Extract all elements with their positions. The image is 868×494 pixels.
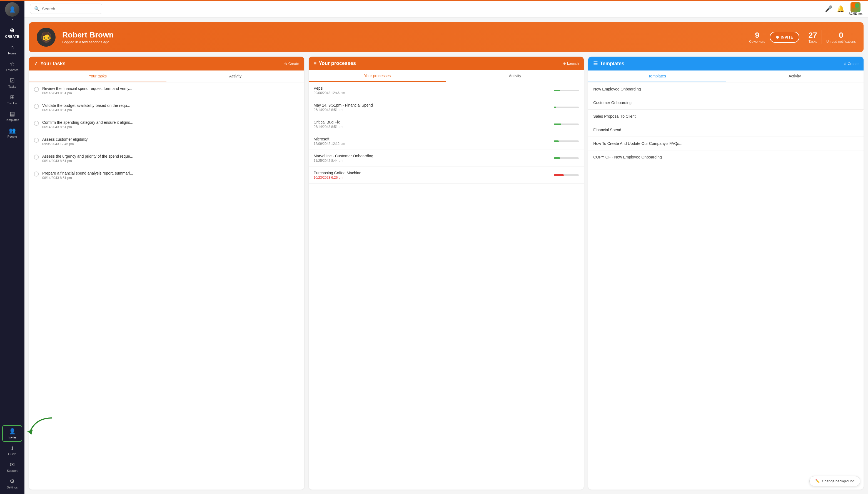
sidebar-item-support[interactable]: ✉ Support bbox=[0, 458, 24, 475]
progress-bar-fill bbox=[554, 174, 564, 176]
sidebar-item-invite-label: Invite bbox=[8, 436, 16, 439]
microphone-icon[interactable]: 🎤 bbox=[825, 5, 832, 13]
task-text: Assess the urgency and priority of the s… bbox=[42, 154, 133, 158]
progress-bar-fill bbox=[554, 124, 561, 125]
sidebar-item-people[interactable]: 👥 People bbox=[0, 124, 24, 141]
tasks-panel-icon: ✓ bbox=[34, 60, 38, 66]
sidebar-item-people-label: People bbox=[7, 135, 17, 138]
tab-tasks-activity[interactable]: Activity bbox=[166, 71, 304, 82]
process-date: 10/23/2023 6:26 pm bbox=[314, 176, 554, 179]
task-radio[interactable] bbox=[34, 172, 39, 176]
tasks-icon: ☑ bbox=[10, 77, 15, 84]
user-avatar[interactable]: 👤 bbox=[5, 2, 19, 17]
sidebar-item-create[interactable]: ⊕ CREATE bbox=[0, 24, 24, 41]
process-name: Marvel Inc - Customer Onboarding bbox=[314, 154, 554, 158]
processes-panel-icon: ≡ bbox=[314, 60, 317, 66]
template-item[interactable]: Sales Proposal To Client bbox=[588, 110, 864, 123]
task-item[interactable]: Assess the urgency and priority of the s… bbox=[29, 150, 304, 167]
process-item[interactable]: Purchasing Coffee Machine 10/23/2023 6:2… bbox=[309, 167, 584, 184]
process-name: Critical Bug Fix bbox=[314, 120, 554, 124]
main-content: 🔍 🎤 🔔 ACME inc. 🧔 bbox=[24, 0, 868, 494]
task-text: Validate the budget availability based o… bbox=[42, 103, 130, 108]
task-item[interactable]: Confirm the spending category and ensure… bbox=[29, 116, 304, 133]
process-item[interactable]: May 14, 9:51pm - Financial Spend 06/14/2… bbox=[309, 99, 584, 116]
templates-sidebar-icon: ▤ bbox=[10, 111, 15, 117]
sidebar-item-tasks-label: Tasks bbox=[8, 85, 16, 88]
progress-bar-container bbox=[554, 124, 579, 125]
invite-button[interactable]: ⊕ INVITE bbox=[770, 32, 799, 43]
progress-bar-track bbox=[554, 140, 579, 142]
task-date: 06/14/2043 8:51 pm bbox=[42, 176, 133, 180]
process-item[interactable]: Critical Bug Fix 06/14/2043 8:51 pm bbox=[309, 116, 584, 133]
sidebar-item-tracker[interactable]: ⊞ Tracker bbox=[0, 91, 24, 108]
task-radio[interactable] bbox=[34, 155, 39, 159]
sidebar-item-settings[interactable]: ⚙ Settings bbox=[0, 475, 24, 492]
sidebar-item-home[interactable]: ⌂ Home bbox=[0, 41, 24, 58]
sidebar-item-favorites-label: Favorites bbox=[6, 68, 18, 72]
sidebar-item-support-label: Support bbox=[7, 469, 18, 472]
task-item[interactable]: Validate the budget availability based o… bbox=[29, 99, 304, 116]
change-background-button[interactable]: ✏️ Change background bbox=[809, 476, 860, 486]
task-radio[interactable] bbox=[34, 104, 39, 109]
template-item[interactable]: Financial Spend bbox=[588, 123, 864, 137]
progress-bar-track bbox=[554, 174, 579, 176]
template-item[interactable]: Customer Onboarding bbox=[588, 96, 864, 110]
task-date: 06/14/2043 8:51 pm bbox=[42, 125, 133, 129]
templates-panel: ☰ Templates ⊕ Create Templates Activity … bbox=[588, 57, 864, 490]
sidebar-item-invite[interactable]: 👤 Invite bbox=[2, 425, 22, 442]
company-logo[interactable]: ACME inc. bbox=[849, 2, 863, 15]
task-radio[interactable] bbox=[34, 138, 39, 142]
process-item[interactable]: Microsoft 12/09/2042 12:12 am bbox=[309, 133, 584, 150]
favorites-icon: ☆ bbox=[10, 60, 15, 67]
processes-panel: ≡ Your processes ⊕ Launch Your processes… bbox=[309, 57, 584, 490]
template-item[interactable]: New Employee Onboarding bbox=[588, 82, 864, 96]
task-item[interactable]: Assess customer eligibility 09/06/2043 1… bbox=[29, 133, 304, 150]
profile-status: Logged in a few seconds ago bbox=[62, 40, 742, 44]
search-input[interactable] bbox=[42, 6, 98, 11]
processes-launch-action[interactable]: ⊕ Launch bbox=[563, 61, 579, 65]
sidebar-item-guide-label: Guide bbox=[8, 452, 16, 456]
task-date: 06/14/2043 8:51 pm bbox=[42, 159, 133, 163]
tab-processes-activity[interactable]: Activity bbox=[446, 70, 584, 82]
tab-templates[interactable]: Templates bbox=[588, 71, 726, 82]
template-item[interactable]: How To Create And Update Our Company's F… bbox=[588, 137, 864, 150]
template-item[interactable]: COPY OF - New Employee Onboarding bbox=[588, 150, 864, 164]
sidebar-item-guide[interactable]: ℹ Guide bbox=[0, 442, 24, 458]
create-icon: ⊕ bbox=[10, 27, 15, 34]
progress-bar-container bbox=[554, 140, 579, 142]
templates-create-action[interactable]: ⊕ Create bbox=[844, 62, 858, 66]
tasks-stat: 27 Tasks bbox=[809, 31, 817, 43]
sidebar-bottom: 👤 Invite ℹ Guide ✉ Support ⚙ Settings bbox=[0, 425, 24, 492]
process-name: May 14, 9:51pm - Financial Spend bbox=[314, 103, 554, 108]
process-info: Purchasing Coffee Machine 10/23/2023 6:2… bbox=[314, 171, 554, 179]
templates-panel-icon: ☰ bbox=[593, 60, 598, 66]
templates-create-icon: ⊕ bbox=[844, 62, 847, 66]
tab-your-processes[interactable]: Your processes bbox=[309, 70, 446, 82]
task-radio[interactable] bbox=[34, 87, 39, 92]
task-text: Assess customer eligibility bbox=[42, 137, 88, 141]
process-name: Microsoft bbox=[314, 137, 554, 141]
search-box[interactable]: 🔍 bbox=[30, 4, 102, 14]
task-item[interactable]: Prepare a financial spend analysis repor… bbox=[29, 167, 304, 184]
sidebar-item-templates[interactable]: ▤ Templates bbox=[0, 108, 24, 124]
process-item[interactable]: Pepsi 09/06/2043 12:46 pm bbox=[309, 82, 584, 99]
tasks-panel-header: ✓ Your tasks ⊕ Create bbox=[29, 57, 304, 71]
tasks-panel: ✓ Your tasks ⊕ Create Your tasks Activit… bbox=[29, 57, 304, 490]
process-item[interactable]: Marvel Inc - Customer Onboarding 11/25/2… bbox=[309, 150, 584, 167]
sidebar-item-favorites[interactable]: ☆ Favorites bbox=[0, 58, 24, 74]
tasks-count: 27 bbox=[809, 31, 817, 40]
banner-divider bbox=[804, 30, 804, 44]
tab-templates-activity[interactable]: Activity bbox=[726, 71, 864, 82]
tab-your-tasks[interactable]: Your tasks bbox=[29, 71, 166, 82]
task-radio[interactable] bbox=[34, 121, 39, 126]
process-date: 11/25/2042 8:44 pm bbox=[314, 159, 554, 163]
task-item[interactable]: Review the financial spend request form … bbox=[29, 82, 304, 99]
guide-icon: ℹ bbox=[11, 444, 13, 451]
sidebar-item-tasks[interactable]: ☑ Tasks bbox=[0, 74, 24, 91]
sidebar: 👤 ▾ ⊕ CREATE ⌂ Home ☆ Favorites ☑ Tasks … bbox=[0, 0, 24, 494]
process-date: 09/06/2043 12:46 pm bbox=[314, 91, 554, 95]
tasks-create-action[interactable]: ⊕ Create bbox=[284, 62, 299, 66]
templates-panel-tabs: Templates Activity bbox=[588, 71, 864, 82]
tasks-panel-body: Review the financial spend request form … bbox=[29, 82, 304, 490]
notifications-bell-icon[interactable]: 🔔 bbox=[837, 5, 844, 13]
